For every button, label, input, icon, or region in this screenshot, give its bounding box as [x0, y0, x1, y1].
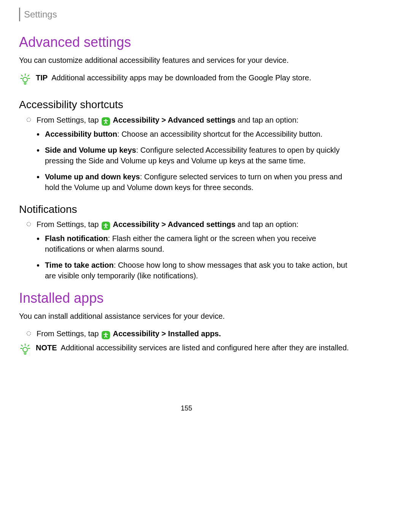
lead-suffix: and tap an option: — [237, 116, 298, 124]
note-text: Additional accessibility services are li… — [61, 343, 349, 352]
note-callout: NOTE Additional accessibility services a… — [19, 342, 354, 358]
lead-mid: Accessibility > Advanced settings — [113, 220, 236, 228]
tip-label: TIP — [36, 73, 48, 82]
item-label: Accessibility button — [45, 130, 117, 138]
note-label: NOTE — [36, 343, 57, 352]
item-text: : Choose an accessibility shortcut for t… — [117, 130, 322, 138]
notification-item: Time to take action: Choose how long to … — [44, 260, 354, 281]
notifications-lead-item: From Settings, tap Accessibility > Advan… — [37, 219, 354, 230]
page-number: 155 — [19, 404, 354, 413]
item-label: Side and Volume up keys — [45, 146, 136, 154]
lead-suffix: and tap an option: — [237, 220, 298, 228]
svg-point-0 — [23, 77, 27, 82]
installed-intro: You can install additional assistance se… — [19, 311, 354, 321]
shortcut-item: Side and Volume up keys: Configure selec… — [44, 145, 354, 166]
svg-line-12 — [106, 122, 107, 124]
svg-line-22 — [106, 335, 107, 337]
advanced-intro: You can customize additional accessibili… — [19, 55, 354, 66]
tip-text: Additional accessibility apps may be dow… — [51, 73, 311, 82]
lead-prefix: From Settings, tap — [37, 329, 101, 338]
tip-callout: TIP Additional accessibility apps may be… — [19, 72, 354, 88]
svg-point-8 — [105, 119, 107, 120]
shortcuts-lead-item: From Settings, tap Accessibility > Advan… — [37, 115, 354, 126]
lightbulb-icon — [19, 343, 31, 358]
item-label: Flash notification — [45, 234, 108, 243]
svg-point-18 — [105, 333, 107, 334]
shortcut-item: Accessibility button: Choose an accessib… — [44, 129, 354, 139]
installed-lead-item: From Settings, tap Accessibility > Insta… — [37, 328, 354, 339]
svg-line-4 — [21, 75, 22, 76]
item-label: Time to take action — [45, 261, 114, 269]
header-divider — [19, 8, 20, 21]
svg-line-28 — [28, 345, 29, 346]
subsection-title-shortcuts: Accessibility shortcuts — [19, 97, 354, 112]
svg-point-23 — [23, 347, 27, 352]
tip-body: TIP Additional accessibility apps may be… — [36, 72, 354, 83]
accessibility-icon — [102, 222, 110, 230]
lightbulb-icon — [19, 73, 31, 88]
item-label: Volume up and down keys — [45, 173, 140, 181]
subsection-title-notifications: Notifications — [19, 202, 354, 217]
notification-item: Flash notification: Flash either the cam… — [44, 233, 354, 254]
page-header: Settings — [19, 8, 354, 21]
accessibility-icon — [102, 117, 110, 126]
header-label: Settings — [24, 8, 57, 21]
svg-line-17 — [106, 226, 107, 228]
section-title-advanced: Advanced settings — [19, 33, 354, 52]
lead-prefix: From Settings, tap — [37, 116, 101, 124]
accessibility-icon — [102, 331, 110, 339]
note-body: NOTE Additional accessibility services a… — [36, 342, 354, 353]
lead-mid: Accessibility > Advanced settings — [113, 116, 236, 124]
svg-point-13 — [105, 223, 107, 225]
svg-line-27 — [21, 345, 22, 346]
section-title-installed: Installed apps — [19, 289, 354, 308]
lead-mid: Accessibility > Installed apps. — [113, 329, 221, 338]
shortcut-item: Volume up and down keys: Configure selec… — [44, 171, 354, 193]
svg-line-5 — [28, 75, 29, 76]
lead-prefix: From Settings, tap — [37, 220, 101, 228]
